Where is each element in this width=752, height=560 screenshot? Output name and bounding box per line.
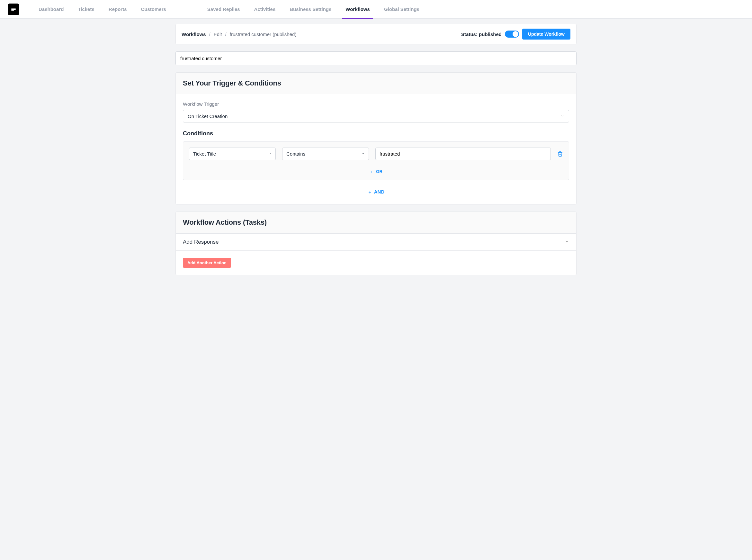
plus-icon: ＋ [368,190,372,194]
page-header: Workflows / Edit / frustrated customer (… [176,24,576,44]
add-or-condition-button[interactable]: ＋ OR [189,169,563,174]
nav-tickets[interactable]: Tickets [78,0,94,19]
nav-workflows[interactable]: Workflows [345,0,370,19]
chevron-down-icon [268,151,271,157]
nav-saved-replies[interactable]: Saved Replies [207,0,240,19]
nav-activities[interactable]: Activities [254,0,276,19]
trigger-label: Workflow Trigger [183,101,569,107]
add-and-condition-button[interactable]: ＋ AND [365,189,387,195]
and-label: AND [374,189,385,195]
condition-field-value: Ticket Title [193,151,216,157]
actions-card-header: Workflow Actions (Tasks) [176,212,576,233]
workflow-title-input[interactable] [176,52,576,65]
update-workflow-button[interactable]: Update Workflow [522,28,570,40]
trigger-card: Set Your Trigger & Conditions Workflow T… [176,72,576,204]
and-divider: ＋ AND [183,189,569,195]
or-label: OR [376,169,382,174]
condition-operator-select[interactable]: Contains [282,147,369,160]
chevron-down-icon [565,239,569,245]
actions-heading: Workflow Actions (Tasks) [183,218,569,227]
app-logo[interactable] [8,3,19,15]
condition-group: Ticket Title Contains [183,141,569,180]
actions-footer: Add Another Action [176,251,576,275]
status-label: Status: published [461,32,502,37]
nav-dashboard[interactable]: Dashboard [39,0,64,19]
actions-card: Workflow Actions (Tasks) Add Response Ad… [176,212,576,275]
header-actions: Status: published Update Workflow [461,28,570,40]
conditions-heading: Conditions [183,130,569,137]
add-action-button[interactable]: Add Another Action [183,258,231,268]
chevron-down-icon [361,151,365,157]
logo-icon [10,6,17,13]
breadcrumb-edit[interactable]: Edit [214,32,222,37]
nav-items: Dashboard Tickets Reports Customers Save… [39,0,744,19]
condition-row: Ticket Title Contains [189,147,563,160]
breadcrumb-root[interactable]: Workflows [182,32,206,37]
trigger-heading: Set Your Trigger & Conditions [183,79,569,87]
nav-reports[interactable]: Reports [109,0,127,19]
delete-condition-button[interactable] [557,151,563,157]
nav-global-settings[interactable]: Global Settings [384,0,420,19]
chevron-down-icon [561,114,564,119]
trash-icon [557,151,563,157]
action-item-row[interactable]: Add Response [176,233,576,251]
top-nav: Dashboard Tickets Reports Customers Save… [0,0,752,19]
breadcrumb-name: frustrated customer (published) [230,32,297,37]
page: Workflows / Edit / frustrated customer (… [170,19,582,287]
condition-operator-value: Contains [286,151,305,157]
breadcrumb-sep: / [209,32,210,37]
trigger-select[interactable]: On Ticket Creation [183,110,569,122]
condition-value-input[interactable] [375,147,551,160]
trigger-card-header: Set Your Trigger & Conditions [176,73,576,94]
nav-customers[interactable]: Customers [141,0,166,19]
action-item-label: Add Response [183,239,219,245]
trigger-select-value: On Ticket Creation [188,114,227,119]
status-toggle[interactable] [505,31,519,38]
breadcrumb-sep: / [225,32,227,37]
breadcrumb: Workflows / Edit / frustrated customer (… [182,32,296,37]
plus-icon: ＋ [370,169,374,174]
condition-field-select[interactable]: Ticket Title [189,147,276,160]
nav-business-settings[interactable]: Business Settings [289,0,331,19]
